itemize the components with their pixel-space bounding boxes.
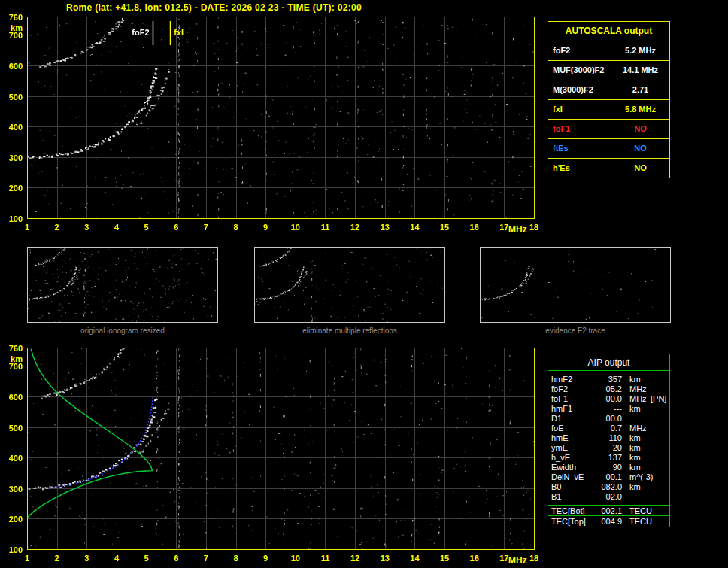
aip-tec-row: TEC[Top]004.9TECU (548, 516, 669, 527)
y-tick-label: 700 (0, 362, 23, 371)
aip-row-name: TEC[Top] (551, 516, 590, 527)
x-tick-label: 15 (436, 223, 453, 232)
bottom-ionogram-plot: km MHz 760700600500400300200100123456789… (0, 348, 560, 568)
autoscala-row-value: 5.8 MHz (611, 100, 669, 119)
x-tick-label: 6 (168, 223, 184, 232)
aip-row-value: 02.0 (590, 492, 622, 502)
aip-row-name: hmF1 (551, 404, 590, 414)
aip-row-unit: TECU (622, 506, 648, 516)
y-tick-label: 760 (0, 13, 23, 22)
y-tick-label: 600 (0, 62, 23, 71)
aip-output-table: AIP output hmF2357kmfoF205.2MHzfoF100.0M… (548, 354, 670, 527)
autoscala-row-label: foF2 (548, 41, 611, 60)
x-tick-label: 7 (198, 223, 214, 232)
x-tick-label: 13 (377, 554, 393, 563)
aip-table-row: foE0.7MHz (548, 424, 669, 433)
y-tick-label: 300 (0, 153, 23, 163)
page-title: Rome (lat: +41.8, lon: 012.5) - DATE: 20… (66, 2, 362, 13)
autoscala-table-row: fxI5.8 MHz (548, 99, 669, 119)
aip-row-unit: MHz (622, 424, 648, 433)
autoscala-table-row: h'EsNO (548, 158, 669, 178)
x-tick-label: 9 (257, 554, 274, 563)
aip-row-value: 00.0 (590, 414, 622, 424)
x-tick-label: 8 (228, 223, 244, 232)
thumbnail-eliminate-multiples-canvas (254, 247, 445, 323)
aip-row-value: 082.0 (590, 482, 622, 492)
aip-tec-row: TEC[Bot]002.1TECU (548, 506, 669, 516)
x-tick-label: 14 (406, 554, 423, 563)
aip-row-unit: km (622, 463, 648, 472)
aip-row-value: 004.9 (590, 516, 622, 527)
aip-table-row: DelN_vE00.1m^(-3) (548, 472, 669, 482)
aip-table-row: hmF2357km (548, 375, 669, 384)
aip-table-row: B0082.0km (548, 482, 669, 492)
aip-row-extra (648, 516, 666, 527)
x-tick-label: 3 (78, 223, 95, 232)
aip-row-extra (648, 414, 666, 424)
aip-row-unit: km (622, 443, 648, 453)
autoscala-table-row: foF25.2 MHz (548, 41, 669, 60)
autoscala-row-label: h'Es (548, 159, 611, 178)
x-tick-label: 13 (377, 223, 393, 232)
autoscala-row-value: NO (611, 120, 669, 138)
aip-row-name: foF2 (551, 384, 590, 394)
autoscala-table-row: MUF(3000)F214.1 MHz (548, 60, 669, 80)
x-tick-label: 17 (496, 554, 512, 563)
thumbnail-evidence-f2-trace: evidence F2 trace (480, 247, 671, 335)
autoscala-row-label: ftEs (548, 139, 611, 158)
aip-row-value: 05.2 (590, 384, 622, 394)
autoscala-row-label: M(3000)F2 (548, 80, 611, 99)
y-tick-label: 700 (0, 31, 23, 40)
x-tick-label: 18 (526, 223, 542, 232)
aip-row-extra (648, 482, 666, 492)
aip-row-extra (648, 375, 666, 384)
autoscala-row-value: 14.1 MHz (611, 61, 669, 80)
aip-row-name: hmF2 (551, 375, 590, 384)
aip-row-extra (648, 453, 666, 463)
x-tick-label: 2 (49, 554, 65, 563)
top-ionogram-canvas (27, 17, 535, 219)
autoscala-row-label: foF1 (548, 120, 611, 138)
aip-row-extra (648, 443, 666, 453)
aip-row-value: 0.7 (590, 424, 622, 433)
thumbnail-eliminate-multiples: eliminate multiple reflections (254, 247, 445, 335)
aip-row-unit: km (622, 375, 648, 384)
aip-row-extra (648, 433, 666, 443)
y-tick-label: 760 (0, 344, 23, 353)
x-tick-label: 10 (287, 554, 304, 563)
autoscala-row-value: 5.2 MHz (611, 41, 669, 60)
autoscala-table-row: ftEsNO (548, 138, 669, 158)
y-tick-label: 600 (0, 393, 23, 402)
y-tick-label: 400 (0, 123, 23, 132)
aip-row-name: B0 (551, 482, 590, 492)
autoscala-table-row: foF1NO (548, 119, 669, 138)
x-tick-label: 17 (496, 223, 512, 232)
x-tick-label: 12 (347, 554, 363, 563)
thumbnail-caption: evidence F2 trace (480, 327, 671, 335)
autoscala-window: Rome (lat: +41.8, lon: 012.5) - DATE: 20… (0, 0, 728, 568)
aip-row-value: 110 (590, 433, 622, 443)
autoscala-table-title: AUTOSCALA output (548, 22, 669, 41)
aip-table-row: hmE110km (548, 433, 669, 443)
top-ionogram-plot: km MHz foF2 fxI 760700600500400300200100… (0, 17, 560, 246)
aip-row-name: h_vE (551, 453, 590, 463)
aip-row-name: Ewidth (551, 463, 590, 472)
aip-row-extra (648, 424, 666, 433)
aip-row-unit: km (622, 404, 648, 414)
autoscala-table-rows: foF25.2 MHzMUF(3000)F214.1 MHzM(3000)F22… (548, 41, 669, 178)
autoscala-row-value: NO (611, 159, 669, 178)
aip-table-row: h_vE137km (548, 453, 669, 463)
x-tick-label: 7 (198, 554, 214, 563)
x-tick-label: 5 (138, 554, 155, 563)
aip-table-row: hmF1---km (548, 404, 669, 414)
x-tick-label: 3 (78, 554, 95, 563)
x-tick-label: 16 (466, 554, 483, 563)
aip-row-name: foE (551, 424, 590, 433)
aip-row-value: 00.0 (590, 394, 622, 404)
bottom-ionogram-canvas (27, 348, 535, 550)
x-tick-label: 15 (436, 554, 453, 563)
aip-row-unit (622, 492, 648, 502)
aip-table-rows: hmF2357kmfoF205.2MHzfoF100.0MHz[PN]hmF1-… (548, 371, 669, 505)
aip-row-unit: m^(-3) (622, 472, 648, 482)
aip-row-extra: [PN] (648, 394, 666, 404)
